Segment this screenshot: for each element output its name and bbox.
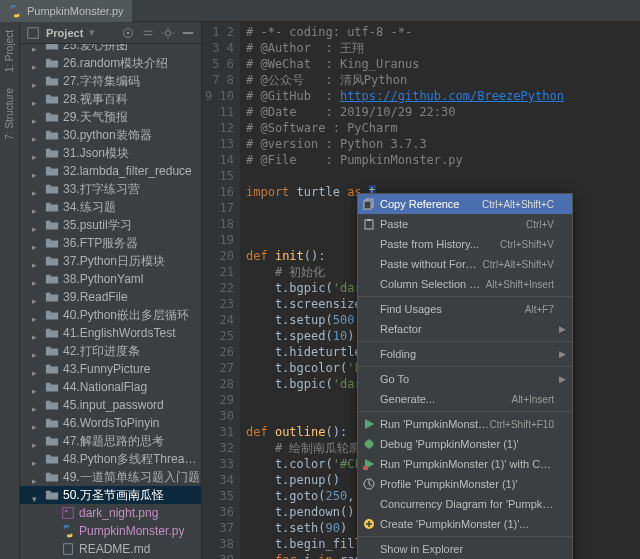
svg-point-12	[365, 440, 373, 448]
menu-item[interactable]: Run 'PumpkinMonster (1)' with Coverage	[358, 454, 572, 474]
menu-item[interactable]: PasteCtrl+V	[358, 214, 572, 234]
menu-item[interactable]: Paste without FormattingCtrl+Alt+Shift+V	[358, 254, 572, 274]
tree-folder[interactable]: 41.EnglishWordsTest	[20, 324, 201, 342]
editor-tabbar: PumpkinMonster.py	[0, 0, 640, 22]
svg-rect-13	[363, 466, 368, 470]
tree-folder[interactable]: 29.天气预报	[20, 108, 201, 126]
tree-folder[interactable]: 45.input_password	[20, 396, 201, 414]
menu-item[interactable]: Paste from History...Ctrl+Shift+V	[358, 234, 572, 254]
tree-folder[interactable]: 38.PythonYaml	[20, 270, 201, 288]
menu-item[interactable]: Run 'PumpkinMonster (1)'Ctrl+Shift+F10	[358, 414, 572, 434]
tree-folder[interactable]: 48.Python多线程Threading知识整理	[20, 450, 201, 468]
tree-folder-selected[interactable]: 50.万圣节画南瓜怪	[20, 486, 201, 504]
svg-rect-7	[64, 544, 73, 555]
rail-structure[interactable]: 7: Structure	[4, 80, 15, 148]
menu-item[interactable]: Find UsagesAlt+F7	[358, 299, 572, 319]
menu-item[interactable]: Refactor▶	[358, 319, 572, 339]
menu-item[interactable]: Go To▶	[358, 369, 572, 389]
tree-file[interactable]: PumpkinMonster.py	[20, 522, 201, 540]
python-file-icon	[8, 4, 22, 18]
tree-file[interactable]: README.md	[20, 540, 201, 558]
tree-folder[interactable]: 47.解题思路的思考	[20, 432, 201, 450]
svg-rect-10	[365, 220, 373, 229]
tree-folder[interactable]: 28.视事百科	[20, 90, 201, 108]
menu-item[interactable]: Profile 'PumpkinMonster (1)'	[358, 474, 572, 494]
tree-folder[interactable]: 43.FunnyPicture	[20, 360, 201, 378]
coverage-icon	[362, 457, 376, 471]
hide-icon[interactable]	[181, 26, 195, 40]
svg-rect-11	[367, 219, 371, 221]
run-icon	[362, 417, 376, 431]
menu-item[interactable]: Folding▶	[358, 344, 572, 364]
menu-item[interactable]: Create 'PumpkinMonster (1)'...	[358, 514, 572, 534]
profile-icon	[362, 477, 376, 491]
create-icon	[362, 517, 376, 531]
left-tool-rail: 1: Project 7: Structure	[0, 22, 20, 559]
svg-point-4	[165, 30, 170, 35]
project-icon	[26, 26, 40, 40]
svg-rect-9	[364, 201, 371, 209]
tree-folder[interactable]: 39.ReadFile	[20, 288, 201, 306]
menu-item[interactable]: Debug 'PumpkinMonster (1)'	[358, 434, 572, 454]
svg-rect-1	[28, 27, 39, 38]
line-gutter: 1 2 3 4 5 6 7 8 9 10 11 12 13 14 15 16 1…	[202, 22, 240, 559]
tree-folder[interactable]: 44.NationalFlag	[20, 378, 201, 396]
tree-folder[interactable]: 37.Python日历模块	[20, 252, 201, 270]
tree-folder[interactable]: 34.练习题	[20, 198, 201, 216]
tree-folder[interactable]: 26.random模块介绍	[20, 54, 201, 72]
menu-item[interactable]: Column Selection ModeAlt+Shift+Insert	[358, 274, 572, 294]
collapse-icon[interactable]	[141, 26, 155, 40]
tree-folder[interactable]: 27.字符集编码	[20, 72, 201, 90]
tree-file[interactable]: dark_night.png	[20, 504, 201, 522]
tree-folder[interactable]: 42.打印进度条	[20, 342, 201, 360]
tree-folder[interactable]: 46.WordsToPinyin	[20, 414, 201, 432]
paste-icon	[362, 217, 376, 231]
file-tab-label: PumpkinMonster.py	[27, 5, 124, 17]
tree-folder[interactable]: 40.Python嵌出多层循环	[20, 306, 201, 324]
tree-folder[interactable]: 49.一道简单练习题入门题	[20, 468, 201, 486]
tree-folder[interactable]: 25.爱心拼图	[20, 44, 201, 54]
tree-folder[interactable]: 33.打字练习营	[20, 180, 201, 198]
tree-folder[interactable]: 31.Json模块	[20, 144, 201, 162]
target-icon[interactable]	[121, 26, 135, 40]
tree-folder[interactable]: 35.psutil学习	[20, 216, 201, 234]
tree-folder[interactable]: 30.python装饰器	[20, 126, 201, 144]
file-tab[interactable]: PumpkinMonster.py	[0, 0, 132, 22]
project-panel: Project ▾ 15.年标16.词云17.picture_read18.pi…	[20, 22, 202, 559]
copy-icon	[362, 197, 376, 211]
svg-point-6	[65, 510, 68, 513]
project-header: Project ▾	[20, 22, 201, 44]
project-tree[interactable]: 15.年标16.词云17.picture_read18.picture_down…	[20, 44, 201, 559]
menu-item[interactable]: Copy ReferenceCtrl+Alt+Shift+C	[358, 194, 572, 214]
panel-title: Project	[46, 27, 83, 39]
menu-item[interactable]: Show in Explorer	[358, 539, 572, 559]
tree-folder[interactable]: 36.FTP服务器	[20, 234, 201, 252]
tree-folder[interactable]: 32.lambda_filter_reduce	[20, 162, 201, 180]
svg-rect-5	[63, 508, 74, 519]
menu-item[interactable]: Generate...Alt+Insert	[358, 389, 572, 409]
rail-project[interactable]: 1: Project	[4, 22, 15, 80]
debug-icon	[362, 437, 376, 451]
menu-item[interactable]: Concurrency Diagram for 'PumpkinMonster …	[358, 494, 572, 514]
context-menu: Copy ReferenceCtrl+Alt+Shift+CPasteCtrl+…	[357, 193, 573, 559]
gear-icon[interactable]	[161, 26, 175, 40]
svg-point-3	[127, 31, 130, 34]
